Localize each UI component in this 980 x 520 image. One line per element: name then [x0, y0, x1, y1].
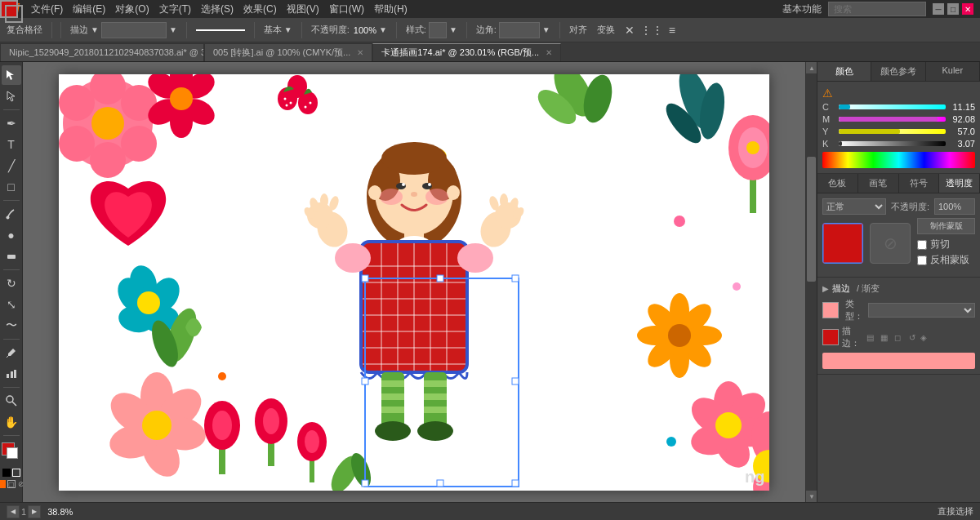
color-tab[interactable]: 颜色 — [817, 62, 871, 81]
clip-checkbox[interactable] — [917, 240, 927, 250]
gradient-mode[interactable]: ▢ — [7, 480, 16, 488]
cmyk-k-slider[interactable] — [839, 141, 946, 146]
window-controls: ─ □ ✕ — [933, 3, 973, 15]
border-input[interactable] — [499, 22, 540, 38]
tool-graph[interactable] — [2, 364, 21, 384]
next-page-button[interactable]: ▶ — [28, 505, 41, 518]
menu-edit[interactable]: 编辑(E) — [73, 2, 105, 16]
tab-1[interactable]: Nipic_1529049_20180112102940837038.ai* @… — [0, 43, 204, 61]
menu-file[interactable]: 文件(F) — [31, 2, 63, 16]
default-stroke[interactable] — [12, 469, 20, 477]
transform-control[interactable]: 变换 — [594, 24, 618, 36]
menu-select[interactable]: 选择(S) — [201, 2, 234, 16]
tool-pen[interactable]: ✒ — [2, 113, 21, 133]
icon-1[interactable]: ✕ — [625, 24, 635, 37]
tool-hand[interactable]: ✋ — [2, 412, 21, 432]
tool-line[interactable]: ╱ — [2, 156, 21, 176]
symbols-tab[interactable]: 符号 — [899, 174, 940, 193]
align-control[interactable]: 对齐 — [566, 24, 590, 36]
svg-rect-149 — [424, 407, 447, 413]
tool-eraser[interactable] — [2, 247, 21, 266]
svg-rect-153 — [362, 275, 368, 282]
maximize-button[interactable]: □ — [947, 3, 959, 15]
tab-2-close[interactable]: ✕ — [357, 48, 363, 57]
stroke-box[interactable] — [7, 447, 18, 459]
stroke-icon-2[interactable]: ▦ — [880, 333, 888, 342]
cmyk-y-slider[interactable] — [839, 129, 946, 134]
color-spectrum[interactable] — [822, 152, 975, 168]
menu-help[interactable]: 帮助(H) — [374, 2, 408, 16]
mask-thumbnail: ⊘ — [870, 223, 911, 264]
stroke-icon-4[interactable]: ◈ — [920, 333, 927, 342]
tool-sep-5 — [3, 387, 20, 388]
stroke-tool-selector[interactable]: 描边 ▼ ▼ — [67, 22, 180, 38]
make-mask-button[interactable]: 制作蒙版 — [917, 218, 975, 234]
menu-view[interactable]: 视图(V) — [287, 2, 319, 16]
blend-mode-select[interactable]: 正常 — [822, 198, 886, 215]
prev-page-button[interactable]: ◀ — [7, 505, 20, 518]
stroke-type-select[interactable] — [868, 303, 975, 318]
stroke-arrow: ▶ — [822, 284, 829, 293]
opacity-input[interactable] — [934, 198, 975, 215]
vertical-scrollbar[interactable]: ▲ ▼ — [805, 62, 817, 502]
mode-icons: ▢ ⊘ — [0, 480, 25, 488]
cmyk-c-slider[interactable] — [839, 104, 946, 109]
tool-sep-4 — [3, 339, 20, 340]
close-button[interactable]: ✕ — [962, 3, 973, 15]
tab-3[interactable]: 卡通插画174.ai* @ 230.01% (RGB/预... ✕ — [372, 43, 561, 61]
stroke-input[interactable] — [101, 22, 167, 38]
stroke-swatch-1[interactable] — [822, 302, 839, 318]
scroll-up-button[interactable]: ▲ — [806, 62, 817, 73]
tool-eyedrop[interactable] — [2, 343, 21, 362]
stroke-icon-1[interactable]: ▤ — [866, 333, 874, 342]
scroll-track[interactable] — [806, 73, 817, 491]
stroke-icon-3[interactable]: ◻ — [894, 333, 901, 342]
invert-checkbox[interactable] — [917, 256, 927, 265]
svg-point-134 — [320, 193, 328, 208]
kuler-tab[interactable]: Kuler — [926, 62, 980, 81]
canvas-area[interactable]: ng — [23, 62, 805, 502]
stroke-type-row: 类型： — [822, 298, 975, 322]
style-control: 样式: ▼ — [403, 22, 461, 38]
trans-mode-row: 正常 不透明度: — [822, 198, 975, 215]
tool-rect[interactable]: □ — [2, 177, 21, 197]
tool-blob[interactable]: ● — [2, 225, 21, 245]
opacity-control: 不透明度: 100% ▼ — [308, 24, 390, 36]
scroll-thumb[interactable] — [807, 157, 816, 282]
default-fill[interactable] — [2, 469, 11, 477]
minimize-button[interactable]: ─ — [933, 3, 944, 15]
tool-rotate[interactable]: ↻ — [2, 273, 21, 293]
tool-scale[interactable]: ⤡ — [2, 295, 21, 314]
svg-point-14 — [59, 126, 95, 162]
svg-point-93 — [218, 372, 226, 380]
search-input[interactable] — [828, 2, 926, 16]
icon-2[interactable]: ⋮⋮ — [640, 24, 663, 37]
menu-effect[interactable]: 效果(C) — [243, 2, 277, 16]
tool-direct-select[interactable] — [2, 87, 21, 106]
icon-3[interactable]: ≡ — [669, 24, 675, 37]
stroke-refresh-icon[interactable]: ↺ — [909, 333, 915, 342]
stroke-swatch-2[interactable] — [822, 329, 839, 345]
swatches-tab[interactable]: 色板 — [817, 174, 858, 193]
transparency-tab[interactable]: 透明度 — [939, 174, 980, 193]
stroke-color-box[interactable] — [5, 5, 23, 23]
tool-zoom[interactable] — [2, 391, 21, 411]
menu-type[interactable]: 文字(T) — [159, 2, 191, 16]
menu-object[interactable]: 对象(O) — [115, 2, 149, 16]
scroll-down-button[interactable]: ▼ — [806, 491, 817, 502]
tool-select[interactable] — [2, 65, 21, 85]
titlebar: Ai 文件(F) 编辑(E) 对象(O) 文字(T) 选择(S) 效果(C) 视… — [0, 0, 980, 18]
tool-type[interactable]: T — [2, 135, 21, 154]
menu-window[interactable]: 窗口(W) — [329, 2, 364, 16]
svg-rect-158 — [362, 480, 368, 487]
tab-2[interactable]: 005 [转换].ai @ 100% (CMYK/预... ✕ — [204, 43, 372, 61]
current-tool-label: 直接选择 — [938, 505, 973, 518]
tool-warp[interactable]: 〜 — [2, 316, 21, 336]
color-mode[interactable] — [0, 480, 6, 488]
cmyk-m-slider[interactable] — [839, 117, 946, 122]
color-ref-tab[interactable]: 颜色参考 — [871, 62, 925, 81]
brushes-tab[interactable]: 画笔 — [858, 174, 899, 193]
tab-3-close[interactable]: ✕ — [546, 48, 552, 57]
tool-brush[interactable] — [2, 204, 21, 224]
zoom-level: 38.8% — [47, 507, 73, 517]
